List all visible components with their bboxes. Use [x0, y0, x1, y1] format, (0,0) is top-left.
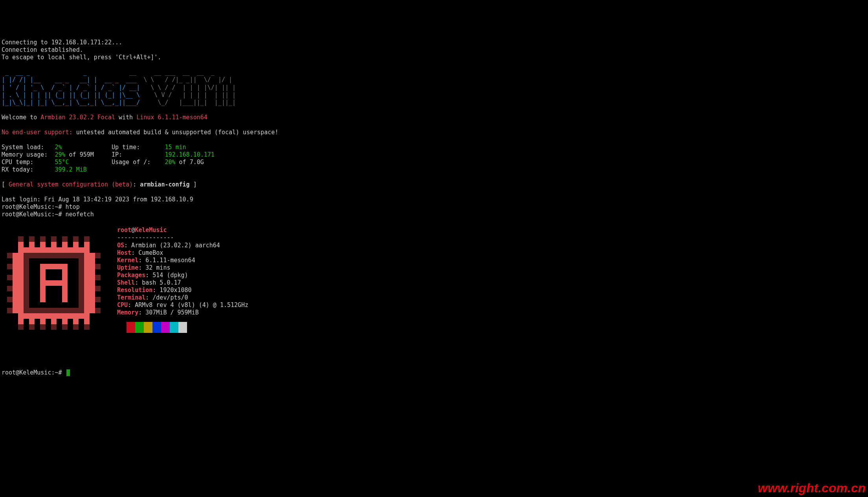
- swatch-red: [127, 322, 135, 333]
- nf-separator: ----------------: [117, 234, 174, 241]
- ascii-banner-line: \ V / | | | | | || |: [143, 91, 236, 99]
- terminal-output: Connecting to 192.168.10.171:22... Conne…: [2, 31, 866, 218]
- color-swatches: [117, 322, 248, 334]
- ascii-banner-line: \_/ |___||_| |_||_|: [143, 99, 236, 106]
- neofetch-info: root@KeleMusic ---------------- OS: Armb…: [117, 219, 248, 349]
- ascii-banner-line: | . \ | | | || (_| || (_| || (_| |\__ \: [2, 91, 143, 99]
- nf-row: Terminal: /dev/pts/0: [117, 294, 188, 301]
- nf-row: CPU: ARMv8 rev 4 (v8l) (4) @ 1.512GHz: [117, 301, 248, 309]
- ascii-banner-line: \ \ / / | | | |\/| || |: [143, 84, 236, 91]
- nf-row: Shell: bash 5.0.17: [117, 279, 181, 286]
- nf-host: KeleMusic: [135, 227, 167, 234]
- stat-row: RX today: 399.2 MiB: [2, 166, 87, 173]
- stat-row: CPU temp: 55°C Usage of /: 20% of 7.0G: [2, 159, 204, 166]
- last-login: Last login: Fri Aug 18 13:42:19 2023 fro…: [2, 196, 193, 203]
- ascii-banner-line: |_|\_\|_| |_| \__,_| \__,_| \__,_||___/: [2, 99, 143, 106]
- ascii-banner-line: __ __ ___ __ __ _: [126, 69, 218, 76]
- config-line: [ General system configuration (beta): a…: [2, 181, 197, 188]
- conn-line: Connection established.: [2, 46, 83, 53]
- cursor-icon: [66, 369, 70, 376]
- swatch-blue: [152, 322, 161, 333]
- support-line: No end-user support: untested automated …: [2, 129, 278, 136]
- nf-row: OS: Armbian (23.02.2) aarch64: [117, 242, 220, 249]
- welcome-line: Welcome to Armbian 23.02.2 Focal with Li…: [2, 114, 207, 121]
- stat-row: System load: 2% Up time: 15 min: [2, 144, 186, 151]
- ascii-banner-line: \ \ / /|_ _|| \/ |/ |: [140, 76, 232, 83]
- nf-row: Packages: 514 (dpkg): [117, 272, 188, 279]
- nf-row: Resolution: 1920x1080: [117, 287, 192, 294]
- swatch-green: [135, 322, 144, 333]
- nf-row: Uptime: 32 mins: [117, 264, 170, 271]
- prompt-line[interactable]: root@KeleMusic:~#: [2, 369, 70, 376]
- ascii-banner-line: | ' / | '_ \ / _` | / _` | / _` |/ __|: [2, 84, 143, 91]
- swatch-white: [178, 322, 187, 333]
- ascii-banner-line: _ __ _ _: [2, 69, 126, 76]
- nf-user: root: [117, 227, 131, 234]
- nf-row: Host: CumeBox: [117, 249, 163, 256]
- nf-row: Memory: 307MiB / 959MiB: [117, 309, 199, 316]
- conn-line: To escape to local shell, press 'Ctrl+Al…: [2, 54, 161, 61]
- swatch-cyan: [170, 322, 178, 333]
- swatch-magenta: [161, 322, 170, 333]
- swatch-black: [117, 322, 127, 334]
- ascii-banner-line: | |/ /| |__ __ _ __| | __ _ ___: [2, 76, 140, 83]
- stat-row: Memory usage: 29% of 959M IP: 192.168.10…: [2, 151, 215, 158]
- prompt-line[interactable]: root@KeleMusic:~# htop: [2, 203, 80, 210]
- swatch-yellow: [144, 322, 152, 333]
- prompt-line[interactable]: root@KeleMusic:~# neofetch: [2, 211, 94, 218]
- neofetch-output: root@KeleMusic ---------------- OS: Armb…: [2, 219, 866, 361]
- armbian-logo-icon: [2, 219, 108, 361]
- nf-row: Kernel: 6.1.11-meson64: [117, 257, 195, 264]
- conn-line: Connecting to 192.168.10.171:22...: [2, 39, 122, 46]
